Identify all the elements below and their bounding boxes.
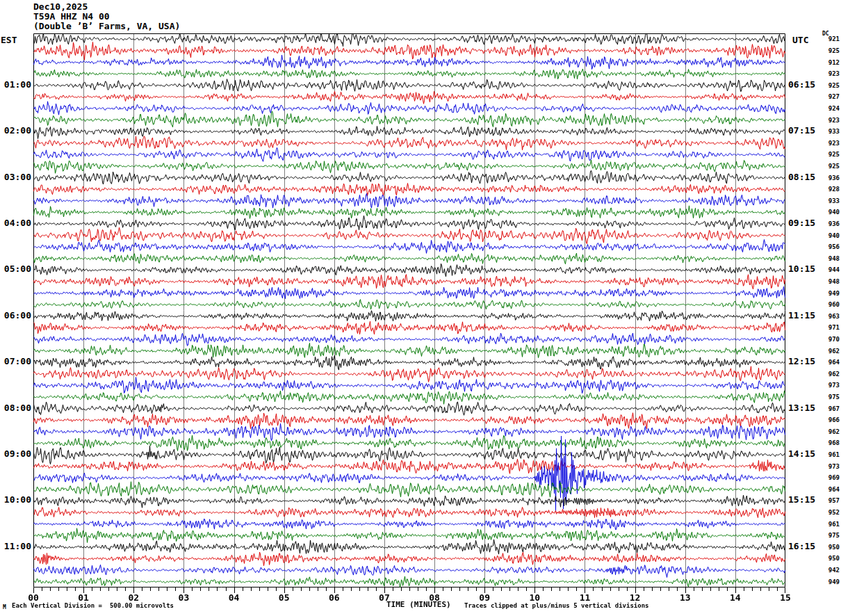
dc-value: 952	[810, 509, 840, 516]
dc-value: 942	[810, 567, 840, 574]
dc-value: 923	[810, 117, 840, 124]
est-hour-label: 03:00	[0, 172, 31, 182]
dc-value: 956	[810, 243, 840, 250]
est-hour-label: 05:00	[0, 264, 31, 274]
est-hour-label: 11:00	[0, 542, 31, 551]
x-tick-label: 03	[179, 593, 190, 603]
est-hour-label: 09:00	[0, 449, 31, 459]
watermark-glyph: M	[3, 604, 6, 610]
dc-value: 962	[810, 348, 840, 355]
dc-value: 950	[810, 544, 840, 551]
dc-value: 925	[810, 47, 840, 54]
est-hour-label: 04:00	[0, 218, 31, 228]
est-hour-label: 06:00	[0, 311, 31, 321]
dc-value: 925	[810, 82, 840, 89]
dc-value: 921	[810, 35, 840, 42]
clip-note: Traces clipped at plus/minus 5 vertical …	[464, 602, 649, 609]
dc-value: 966	[810, 416, 840, 423]
x-tick-label: 00	[28, 593, 39, 603]
station-code: T59A HHZ N4 00	[33, 12, 110, 22]
dc-value: 970	[810, 336, 840, 343]
x-tick-label: 15	[780, 593, 791, 603]
dc-value: 948	[810, 255, 840, 262]
seismogram-traces-canvas	[33, 33, 785, 587]
est-header: EST	[1, 35, 17, 45]
dc-value: 975	[810, 394, 840, 400]
dc-value: 961	[810, 451, 840, 458]
dc-value: 957	[810, 497, 840, 504]
dc-value: 928	[810, 186, 840, 193]
utc-header: UTC	[792, 35, 808, 45]
dc-value: 948	[810, 278, 840, 285]
x-tick-label: 09	[479, 593, 490, 603]
dc-value: 964	[810, 359, 840, 366]
x-axis-ticks-canvas	[33, 587, 785, 596]
est-hour-label: 07:00	[0, 357, 31, 366]
dc-value: 933	[810, 128, 840, 135]
dc-value: 973	[810, 463, 840, 470]
dc-value: 923	[810, 140, 840, 147]
x-tick-label: 14	[730, 593, 741, 603]
dc-value: 923	[810, 70, 840, 77]
dc-value: 961	[810, 521, 840, 528]
dc-value: 927	[810, 93, 840, 100]
x-tick-label: 04	[229, 593, 240, 603]
dc-value: 949	[810, 290, 840, 297]
x-axis-title: TIME (MINUTES)	[386, 600, 451, 609]
dc-value: 924	[810, 105, 840, 112]
x-tick-label: 02	[128, 593, 139, 603]
dc-value: 936	[810, 220, 840, 227]
x-tick-label: 06	[329, 593, 340, 603]
dc-value: 967	[810, 405, 840, 412]
dc-value: 940	[810, 232, 840, 239]
dc-value: 962	[810, 428, 840, 435]
dc-value: 940	[810, 209, 840, 216]
est-hour-label: 01:00	[0, 80, 31, 90]
x-tick-label: 10	[530, 593, 541, 603]
dc-value: 969	[810, 474, 840, 481]
dc-value: 963	[810, 313, 840, 320]
dc-value: 964	[810, 486, 840, 493]
est-hour-label: 02:00	[0, 126, 31, 136]
record-date: Dec10,2025	[33, 2, 88, 12]
dc-value: 933	[810, 197, 840, 204]
x-tick-label: 12	[630, 593, 641, 603]
dc-value: 949	[810, 578, 840, 585]
dc-value: 973	[810, 382, 840, 389]
dc-value: 968	[810, 439, 840, 446]
x-tick-label: 13	[680, 593, 691, 603]
dc-value: 925	[810, 163, 840, 170]
dc-value: 912	[810, 59, 840, 66]
dc-value: 950	[810, 555, 840, 562]
helicorder-page: Dec10,2025 T59A HHZ N4 00 (Double ’B’ Fa…	[0, 0, 841, 616]
dc-value: 925	[810, 151, 840, 158]
dc-value: 936	[810, 175, 840, 181]
dc-value: 962	[810, 371, 840, 378]
dc-value: 971	[810, 324, 840, 331]
station-location: (Double ’B’ Farms, VA, USA)	[33, 22, 180, 31]
vertical-division-note: Each Vertical Division = 500.00 microvol…	[12, 602, 174, 609]
dc-value: 944	[810, 266, 840, 273]
est-hour-label: 10:00	[0, 495, 31, 505]
x-tick-label: 01	[78, 593, 89, 603]
x-tick-label: 11	[580, 593, 591, 603]
x-tick-label: 05	[279, 593, 290, 603]
dc-value: 975	[810, 532, 840, 539]
est-hour-label: 08:00	[0, 403, 31, 413]
dc-value: 960	[810, 301, 840, 308]
